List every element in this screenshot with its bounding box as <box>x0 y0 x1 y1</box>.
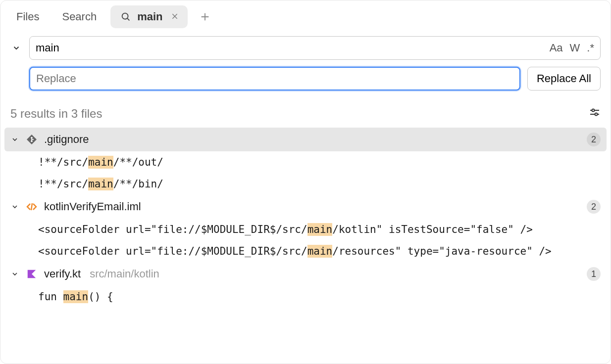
results-options-icon[interactable] <box>589 106 601 121</box>
match-highlight: main <box>88 156 113 169</box>
tab-files[interactable]: Files <box>7 5 48 28</box>
svg-line-1 <box>127 18 129 20</box>
match-count-badge: 2 <box>587 200 601 214</box>
file-path: src/main/kotlin <box>90 268 159 280</box>
search-input-container: Aa W .* <box>29 36 601 60</box>
match-case-toggle[interactable]: Aa <box>550 42 563 54</box>
file-type-icon <box>25 200 38 213</box>
file-name: verify.kt <box>44 268 81 280</box>
search-panel: Files Search main Aa <box>0 0 611 364</box>
search-input[interactable] <box>36 42 550 54</box>
svg-line-14 <box>31 203 32 210</box>
file-group-header[interactable]: kotlinVerifyEmail.iml2 <box>0 195 611 219</box>
results-summary: 5 results in 3 files <box>10 107 102 121</box>
match-line[interactable]: <sourceFolder url="file://$MODULE_DIR$/s… <box>0 219 611 240</box>
results-header: 5 results in 3 files <box>0 101 611 128</box>
tab-active-label: main <box>137 10 162 23</box>
match-highlight: main <box>63 290 89 303</box>
svg-point-9 <box>595 113 598 116</box>
match-line[interactable]: !**/src/main/**/bin/ <box>0 173 611 195</box>
chevron-down-icon <box>10 136 19 143</box>
search-input-options: Aa W .* <box>550 42 594 54</box>
search-icon <box>119 10 132 23</box>
file-type-icon <box>25 268 38 280</box>
match-highlight: main <box>307 223 333 236</box>
replace-input-container <box>29 67 520 91</box>
tab-active-search-query[interactable]: main <box>110 5 187 28</box>
tabs-bar: Files Search main <box>0 0 611 28</box>
match-word-toggle[interactable]: W <box>570 42 580 54</box>
match-line[interactable]: fun main() { <box>0 286 611 308</box>
collapse-replace-button[interactable] <box>10 44 22 52</box>
regex-toggle[interactable]: .* <box>587 42 594 54</box>
match-line[interactable]: <sourceFolder url="file://$MODULE_DIR$/s… <box>0 240 611 262</box>
file-name: kotlinVerifyEmail.iml <box>44 200 141 213</box>
chevron-down-icon <box>10 203 19 211</box>
replace-all-button[interactable]: Replace All <box>527 67 601 91</box>
tab-files-label: Files <box>16 10 39 23</box>
close-tab-icon[interactable] <box>171 11 179 23</box>
results-list: .gitignore2!**/src/main/**/out/!**/src/m… <box>0 128 611 308</box>
chevron-down-icon <box>10 270 19 278</box>
match-line[interactable]: !**/src/main/**/out/ <box>0 151 611 173</box>
file-type-icon <box>25 133 38 146</box>
file-group-header[interactable]: .gitignore2 <box>4 128 607 151</box>
search-inputs: Aa W .* Replace All <box>0 28 611 101</box>
svg-point-7 <box>592 109 595 112</box>
tab-search-label: Search <box>62 10 97 23</box>
match-count-badge: 2 <box>587 133 601 146</box>
new-tab-button[interactable] <box>193 9 217 24</box>
match-count-badge: 1 <box>587 267 601 281</box>
match-highlight: main <box>88 178 113 190</box>
file-name: .gitignore <box>44 133 89 146</box>
svg-point-0 <box>122 13 128 19</box>
file-group-header[interactable]: verify.ktsrc/main/kotlin1 <box>0 262 611 286</box>
tab-search[interactable]: Search <box>53 5 105 28</box>
match-highlight: main <box>307 245 333 258</box>
replace-input[interactable] <box>36 72 513 85</box>
